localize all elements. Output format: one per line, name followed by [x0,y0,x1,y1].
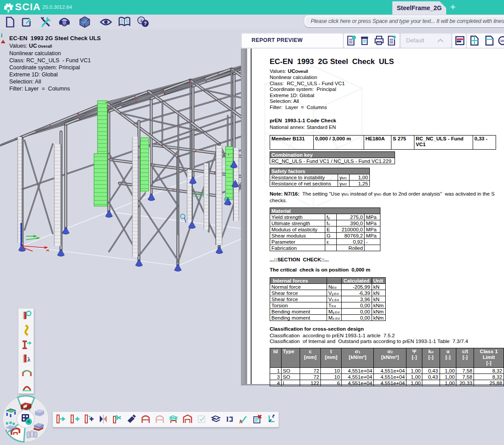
svg-text:0,33 ~: 0,33 ~ [193,192,209,198]
svg-text:λ: λ [27,356,30,363]
svg-text:i: i [140,18,142,23]
svg-text:I: I [226,415,229,423]
svg-text:A: A [239,419,242,424]
svg-text:100: 100 [500,39,504,42]
svg-text:?: ? [144,21,147,26]
